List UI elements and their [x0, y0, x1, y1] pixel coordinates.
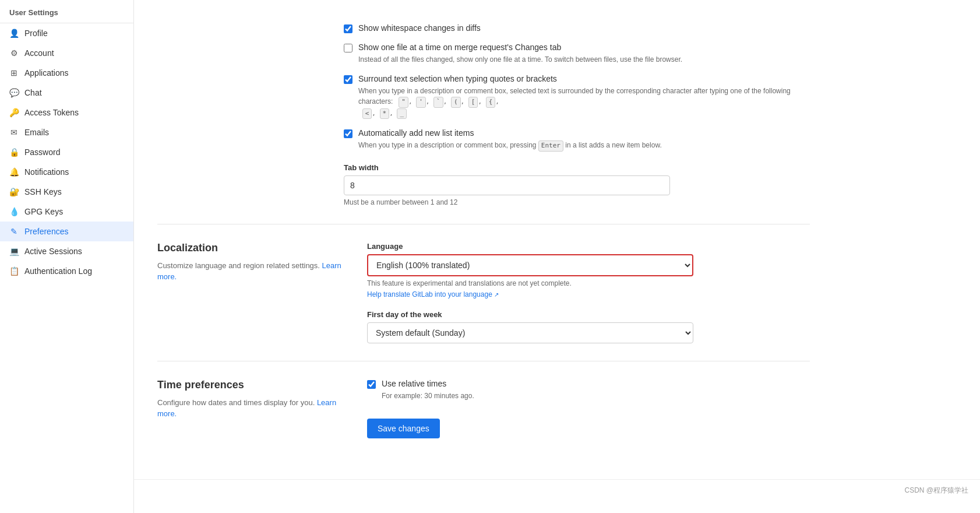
time-preferences-title: Time preferences — [157, 379, 344, 391]
surround-text-checkbox[interactable] — [344, 75, 352, 84]
external-link-icon: ↗ — [494, 291, 499, 298]
sidebar-item-chat[interactable]: 💬 Chat — [0, 83, 133, 103]
experimental-hint: This feature is experimental and transla… — [367, 279, 693, 287]
active-sessions-icon: 💻 — [9, 247, 19, 256]
sidebar: User Settings 👤 Profile ⚙ Account ⊞ Appl… — [0, 0, 134, 513]
sidebar-item-authentication-log[interactable]: 📋 Authentication Log — [0, 261, 133, 281]
sidebar-item-notifications[interactable]: 🔔 Notifications — [0, 162, 133, 182]
auto-list-checkbox[interactable] — [344, 129, 352, 138]
chat-icon: 💬 — [9, 88, 19, 97]
sidebar-item-active-sessions[interactable]: 💻 Active Sessions — [0, 241, 133, 261]
sidebar-item-profile[interactable]: 👤 Profile — [0, 23, 133, 43]
show-whitespace-row: Show whitespace changes in diffs — [344, 23, 810, 33]
localization-left: Localization Customize language and regi… — [157, 242, 344, 343]
relative-times-checkbox[interactable] — [367, 380, 376, 389]
tab-width-hint: Must be a number between 1 and 12 — [344, 198, 810, 206]
sidebar-item-emails[interactable]: ✉ Emails — [0, 122, 133, 142]
profile-icon: 👤 — [9, 29, 19, 38]
authentication-log-icon: 📋 — [9, 266, 19, 276]
show-whitespace-checkbox[interactable] — [344, 24, 352, 33]
auto-list-row: Automatically add new list items When yo… — [344, 128, 810, 152]
language-select-wrapper: English (100% translated) Deutsch Españo… — [367, 254, 693, 276]
sidebar-item-applications[interactable]: ⊞ Applications — [0, 63, 133, 83]
save-button[interactable]: Save changes — [367, 419, 440, 438]
surround-text-row: Surround text selection when typing quot… — [344, 74, 810, 119]
time-preferences-desc: Configure how dates and times display fo… — [157, 397, 344, 420]
applications-icon: ⊞ — [9, 68, 19, 78]
show-one-file-row: Show one file at a time on merge request… — [344, 43, 810, 65]
gpg-keys-icon: 💧 — [9, 207, 19, 216]
localization-title: Localization — [157, 242, 344, 254]
time-preferences-section: Time preferences Configure how dates and… — [157, 361, 810, 456]
relative-times-label[interactable]: Use relative times — [382, 379, 446, 388]
translate-link[interactable]: Help translate GitLab into your language… — [367, 290, 499, 298]
access-tokens-icon: 🔑 — [9, 108, 19, 117]
enter-key-tag: Enter — [538, 140, 563, 152]
account-icon: ⚙ — [9, 48, 19, 58]
sidebar-item-preferences[interactable]: ✎ Preferences — [0, 222, 133, 241]
sidebar-title: User Settings — [0, 0, 133, 23]
preferences-icon: ✎ — [9, 227, 19, 236]
main-content: Show whitespace changes in diffs Show on… — [134, 0, 980, 513]
surround-text-desc: When you type in a description or commen… — [358, 86, 810, 119]
show-whitespace-label[interactable]: Show whitespace changes in diffs — [358, 23, 481, 33]
show-one-file-desc: Instead of all the files changed, show o… — [358, 54, 682, 65]
notifications-icon: 🔔 — [9, 167, 19, 177]
first-day-label: First day of the week — [367, 310, 693, 319]
relative-times-row: Use relative times For example: 30 minut… — [367, 379, 810, 401]
show-one-file-label[interactable]: Show one file at a time on merge request… — [358, 43, 561, 52]
auto-list-desc: When you type in a description or commen… — [358, 140, 662, 152]
show-one-file-checkbox[interactable] — [344, 44, 352, 52]
localization-right: Language English (100% translated) Deuts… — [367, 242, 810, 343]
sidebar-item-password[interactable]: 🔒 Password — [0, 142, 133, 162]
sidebar-item-gpg-keys[interactable]: 💧 GPG Keys — [0, 202, 133, 222]
localization-section: Localization Customize language and regi… — [157, 224, 810, 361]
page-footer: CSDN @程序猿学社 — [134, 479, 980, 501]
sidebar-item-ssh-keys[interactable]: 🔐 SSH Keys — [0, 182, 133, 202]
surround-text-label[interactable]: Surround text selection when typing quot… — [358, 74, 557, 83]
first-day-select[interactable]: System default (Sunday) Sunday Monday Sa… — [367, 322, 693, 343]
emails-icon: ✉ — [9, 128, 19, 137]
password-icon: 🔒 — [9, 147, 19, 157]
tab-width-input[interactable] — [344, 175, 670, 195]
diffs-settings-section: Show whitespace changes in diffs Show on… — [157, 12, 810, 224]
language-select[interactable]: English (100% translated) Deutsch Españo… — [367, 254, 693, 276]
relative-times-desc: For example: 30 minutes ago. — [382, 391, 474, 401]
ssh-keys-icon: 🔐 — [9, 187, 19, 196]
localization-desc: Customize language and region related se… — [157, 260, 344, 283]
auto-list-label[interactable]: Automatically add new list items — [358, 128, 474, 138]
tab-width-label: Tab width — [344, 163, 810, 172]
time-preferences-left: Time preferences Configure how dates and… — [157, 379, 344, 438]
sidebar-item-account[interactable]: ⚙ Account — [0, 43, 133, 63]
time-preferences-right: Use relative times For example: 30 minut… — [367, 379, 810, 438]
tab-width-section: Tab width Must be a number between 1 and… — [344, 163, 810, 206]
language-label: Language — [367, 242, 693, 251]
translate-link-row: Help translate GitLab into your language… — [367, 290, 693, 298]
sidebar-item-access-tokens[interactable]: 🔑 Access Tokens — [0, 103, 133, 122]
